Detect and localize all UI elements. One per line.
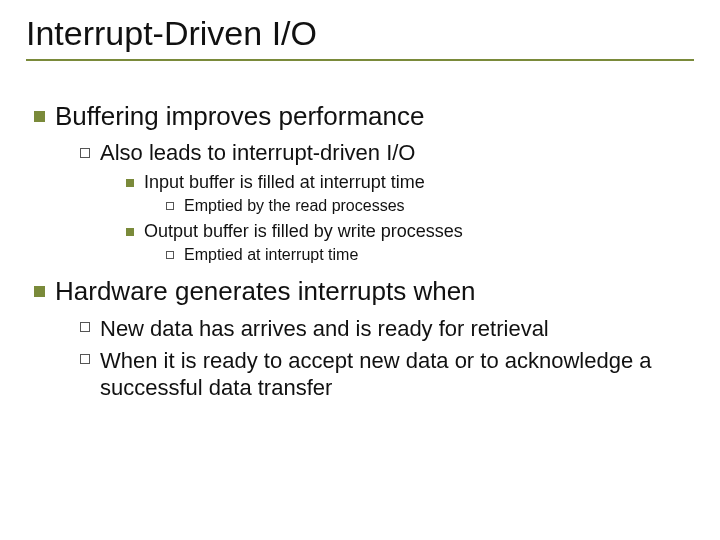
hollow-square-icon bbox=[166, 251, 174, 259]
bullet-text: Emptied by the read processes bbox=[184, 197, 405, 215]
slide-body: Buffering improves performance Also lead… bbox=[34, 101, 694, 402]
bullet-level4: Emptied by the read processes bbox=[166, 197, 694, 215]
bullet-level3: Input buffer is filled at interrupt time bbox=[126, 172, 694, 193]
bullet-text: Emptied at interrupt time bbox=[184, 246, 358, 264]
bullet-level3: Output buffer is filled by write process… bbox=[126, 221, 694, 242]
bullet-text: When it is ready to accept new data or t… bbox=[100, 347, 694, 402]
bullet-level1: Hardware generates interrupts when bbox=[34, 276, 694, 307]
hollow-square-icon bbox=[80, 148, 90, 158]
bullet-level2: When it is ready to accept new data or t… bbox=[80, 347, 694, 402]
bullet-text: Also leads to interrupt-driven I/O bbox=[100, 140, 415, 166]
square-bullet-icon bbox=[126, 179, 134, 187]
bullet-text: Output buffer is filled by write process… bbox=[144, 221, 463, 242]
bullet-level4: Emptied at interrupt time bbox=[166, 246, 694, 264]
hollow-square-icon bbox=[80, 322, 90, 332]
bullet-text: Hardware generates interrupts when bbox=[55, 276, 476, 307]
bullet-level2: New data has arrives and is ready for re… bbox=[80, 315, 694, 343]
bullet-level1: Buffering improves performance bbox=[34, 101, 694, 132]
square-bullet-icon bbox=[126, 228, 134, 236]
square-bullet-icon bbox=[34, 286, 45, 297]
hollow-square-icon bbox=[166, 202, 174, 210]
square-bullet-icon bbox=[34, 111, 45, 122]
bullet-level2: Also leads to interrupt-driven I/O bbox=[80, 140, 694, 166]
bullet-text: Input buffer is filled at interrupt time bbox=[144, 172, 425, 193]
slide-title: Interrupt-Driven I/O bbox=[26, 14, 694, 53]
title-rule bbox=[26, 59, 694, 61]
bullet-text: Buffering improves performance bbox=[55, 101, 424, 132]
bullet-text: New data has arrives and is ready for re… bbox=[100, 315, 549, 343]
slide: Interrupt-Driven I/O Buffering improves … bbox=[0, 0, 720, 540]
hollow-square-icon bbox=[80, 354, 90, 364]
